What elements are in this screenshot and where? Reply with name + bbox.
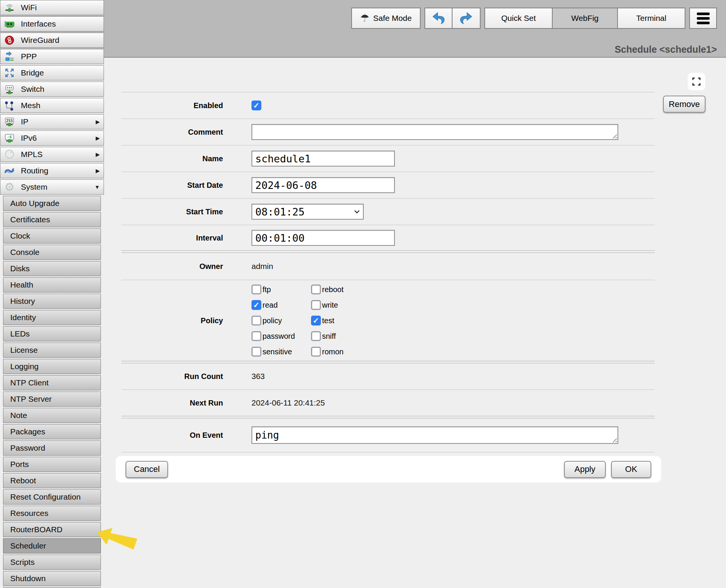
checkbox-icon[interactable]: [311, 300, 321, 310]
sidebar-item-wifi[interactable]: WiFi: [0, 0, 104, 15]
header-band: ☂ Safe Mode Quick Set WebFig Terminal Sc…: [0, 0, 726, 58]
start-time-select[interactable]: 08:01:25: [251, 204, 364, 220]
menu-button[interactable]: [689, 8, 717, 29]
section-divider: [121, 361, 655, 363]
fullscreen-icon: [691, 77, 701, 86]
sidebar-main-menu: WiFiInterfacesWireGuardPPPBridgeSwitchMe…: [0, 0, 104, 195]
policy-checkbox-password[interactable]: password: [251, 331, 311, 341]
checkbox-icon[interactable]: [311, 316, 321, 325]
checkbox-icon[interactable]: [251, 316, 261, 325]
chevron-right-icon: ▶: [96, 135, 100, 141]
next-run-value: 2024-06-11 20:41:25: [251, 398, 325, 407]
sidebar-item-reset-configuration[interactable]: Reset Configuration: [3, 489, 101, 505]
enabled-checkbox[interactable]: [251, 101, 261, 110]
form-end-divider: [121, 452, 655, 453]
sidebar-item-ntp-server[interactable]: NTP Server: [3, 391, 101, 407]
policy-checkbox-policy[interactable]: policy: [251, 316, 311, 325]
sidebar-item-password[interactable]: Password: [3, 440, 101, 456]
owner-label: Owner: [121, 262, 223, 271]
sidebar-item-health[interactable]: Health: [3, 277, 101, 292]
sidebar-item-license[interactable]: License: [3, 343, 101, 358]
sidebar-item-ppp[interactable]: PPP: [0, 49, 104, 64]
name-label: Name: [121, 154, 223, 163]
cancel-button[interactable]: Cancel: [126, 461, 168, 478]
name-input[interactable]: schedule1: [251, 151, 395, 167]
tab-webfig[interactable]: WebFig: [552, 8, 618, 29]
safe-mode-button[interactable]: ☂ Safe Mode: [351, 8, 421, 29]
checkbox-icon[interactable]: [251, 347, 261, 357]
sidebar-item-logging[interactable]: Logging: [3, 359, 101, 374]
on-event-label: On Event: [121, 431, 223, 440]
switch-icon: [3, 83, 16, 96]
policy-checkbox-sniff[interactable]: sniff: [311, 331, 394, 341]
policy-checkbox-sensitive[interactable]: sensitive: [251, 347, 311, 357]
interval-input[interactable]: 00:01:00: [251, 230, 395, 246]
sidebar-item-disks[interactable]: Disks: [3, 261, 101, 276]
tab-quick-set[interactable]: Quick Set: [484, 8, 553, 29]
resize-handle-icon[interactable]: [611, 437, 617, 442]
sidebar-item-note[interactable]: Note: [3, 408, 101, 423]
sidebar-item-mpls[interactable]: MPLS▶: [0, 147, 104, 162]
policy-label: Policy: [121, 316, 223, 325]
sidebar-item-bridge[interactable]: Bridge: [0, 65, 104, 80]
sidebar-item-switch[interactable]: Switch: [0, 82, 104, 97]
sidebar-item-ip[interactable]: 255IP▶: [0, 114, 104, 129]
sidebar-system-submenu: Auto UpgradeCertificatesClockConsoleDisk…: [0, 196, 104, 588]
checkbox-icon[interactable]: [251, 300, 261, 310]
sidebar-item-certificates[interactable]: Certificates: [3, 212, 101, 227]
page-title: Schedule <schedule1>: [614, 44, 717, 55]
sidebar-item-history[interactable]: History: [3, 294, 101, 309]
remove-button[interactable]: Remove: [663, 96, 706, 113]
ok-button[interactable]: OK: [611, 461, 651, 478]
policy-checkbox-reboot[interactable]: reboot: [311, 285, 394, 294]
undo-button[interactable]: [424, 8, 453, 29]
sidebar-item-reboot[interactable]: Reboot: [3, 473, 101, 488]
checkbox-icon[interactable]: [311, 347, 321, 357]
form-row-policy: Policy ftprebootreadwritepolicytestpassw…: [121, 280, 655, 361]
fullscreen-button[interactable]: [688, 73, 705, 90]
policy-checkbox-romon[interactable]: romon: [311, 347, 394, 357]
resize-handle-icon[interactable]: [611, 133, 617, 138]
sidebar-item-ports[interactable]: Ports: [3, 457, 101, 472]
start-date-input[interactable]: 2024-06-08: [251, 177, 395, 193]
sidebar-item-packages[interactable]: Packages: [3, 424, 101, 439]
sidebar-item-clock[interactable]: Clock: [3, 228, 101, 244]
form-row-run-count: Run Count 363: [121, 363, 655, 389]
sidebar-item-console[interactable]: Console: [3, 245, 101, 260]
sidebar-item-resources[interactable]: Resources: [3, 506, 101, 521]
policy-checkbox-test[interactable]: test: [311, 316, 394, 325]
comment-input[interactable]: [251, 124, 618, 140]
sidebar-item-ipv6[interactable]: ✓6IPv6▶: [0, 130, 104, 146]
chevron-right-icon: ▶: [96, 168, 100, 174]
run-count-label: Run Count: [121, 372, 223, 381]
form-row-next-run: Next Run 2024-06-11 20:41:25: [121, 389, 655, 416]
policy-checkbox-read[interactable]: read: [251, 300, 311, 310]
apply-button[interactable]: Apply: [564, 461, 606, 478]
redo-button[interactable]: [452, 8, 481, 29]
sidebar-item-auto-upgrade[interactable]: Auto Upgrade: [3, 196, 101, 211]
sidebar-item-ntp-client[interactable]: NTP Client: [3, 375, 101, 390]
sidebar-item-mesh[interactable]: Mesh: [0, 98, 104, 113]
sidebar-item-interfaces[interactable]: Interfaces: [0, 16, 104, 31]
sidebar-item-wireguard[interactable]: WireGuard: [0, 33, 104, 48]
sidebar-item-shutdown[interactable]: Shutdown: [3, 571, 101, 586]
checkbox-icon[interactable]: [311, 331, 321, 341]
sidebar-item-scheduler[interactable]: Scheduler: [3, 538, 101, 553]
sidebar-item-routerboard[interactable]: RouterBOARD: [3, 522, 101, 537]
checkbox-icon[interactable]: [251, 331, 261, 341]
sidebar-item-leds[interactable]: LEDs: [3, 326, 101, 341]
sidebar-item-scripts[interactable]: Scripts: [3, 555, 101, 570]
policy-checkbox-ftp[interactable]: ftp: [251, 285, 311, 294]
sidebar-item-identity[interactable]: Identity: [3, 310, 101, 325]
form-row-enabled: Enabled: [121, 92, 655, 118]
chevron-down-icon: [354, 210, 360, 214]
hamburger-icon: [697, 13, 710, 24]
sidebar-item-routing[interactable]: Routing▶: [0, 163, 104, 178]
umbrella-icon: ☂: [360, 13, 369, 24]
checkbox-icon[interactable]: [311, 285, 321, 294]
sidebar-item-system[interactable]: ⚙System▼: [0, 179, 104, 195]
checkbox-icon[interactable]: [251, 285, 261, 294]
tab-terminal[interactable]: Terminal: [617, 8, 685, 29]
policy-checkbox-write[interactable]: write: [311, 300, 394, 310]
on-event-input[interactable]: ping: [251, 426, 618, 444]
